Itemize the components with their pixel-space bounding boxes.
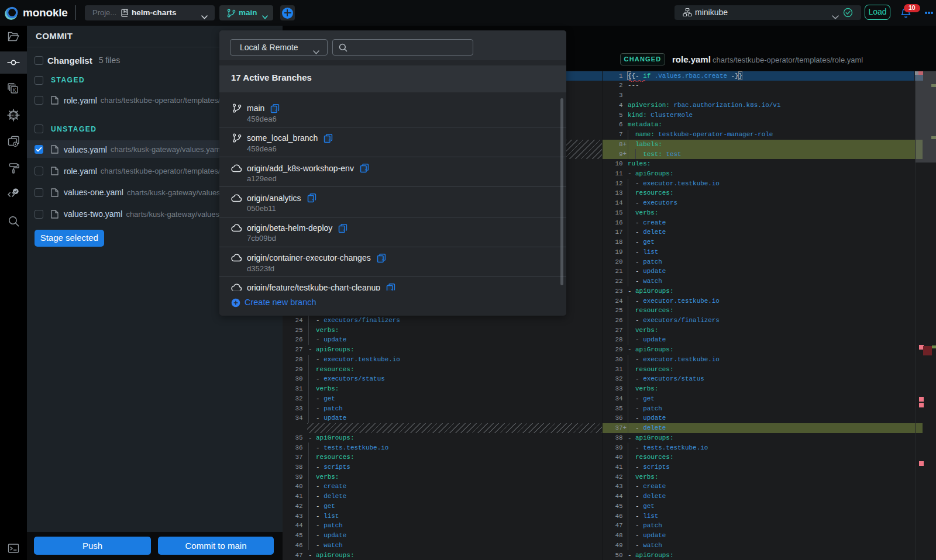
svg-text:K: K — [13, 87, 16, 93]
svg-text:HELM: HELM — [9, 114, 17, 117]
